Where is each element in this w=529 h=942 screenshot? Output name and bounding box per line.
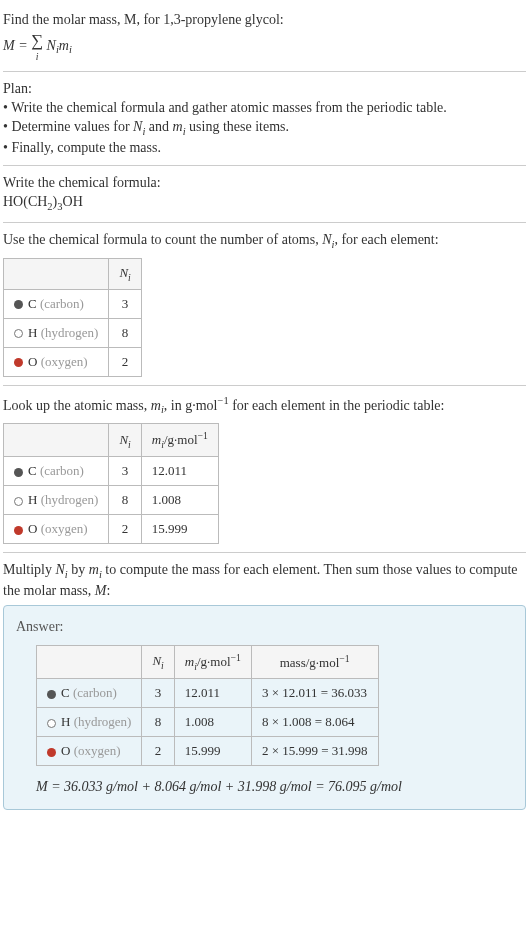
e2p: (hydrogen) (37, 325, 98, 340)
me3p: (oxygen) (37, 521, 87, 536)
element-cell: H (hydrogen) (4, 486, 109, 515)
muby: by (68, 562, 89, 577)
mhe2: −1 (198, 430, 208, 441)
ahu: /g·mol (197, 654, 231, 669)
count-table: Ni C (carbon) 3 H (hydrogen) 8 O (oxygen… (3, 258, 142, 377)
count-heading: Use the chemical formula to count the nu… (3, 231, 526, 252)
table-row: C (carbon) 3 12.011 3 × 12.011 = 36.033 (37, 679, 379, 708)
carbon-dot-icon (14, 468, 23, 477)
table-row: O (oxygen) 2 15.999 (4, 515, 219, 544)
plan-bullet-1: • Write the chemical formula and gather … (3, 99, 526, 118)
f5: OH (63, 194, 83, 209)
ae1: C (61, 685, 70, 700)
am3: 15.999 (174, 737, 251, 766)
ahm: m (185, 654, 194, 669)
mhc: for each element in the periodic table: (229, 398, 445, 413)
ahns: i (161, 660, 164, 671)
mn2: 8 (109, 486, 141, 515)
e3: O (28, 354, 37, 369)
mn1: 3 (109, 457, 141, 486)
ahmass: mass/g·mol (280, 655, 340, 670)
mhn: N (119, 432, 128, 447)
p2end: using these items. (186, 119, 289, 134)
chb: , for each element: (334, 232, 438, 247)
header-n: Ni (109, 424, 141, 457)
am1: 12.011 (174, 679, 251, 708)
eq-lhs: M = (3, 38, 31, 53)
ae2: H (61, 714, 70, 729)
eq-n: N (43, 38, 56, 53)
muMv: M (95, 583, 107, 598)
me1p: (carbon) (37, 463, 84, 478)
mm2: 1.008 (141, 486, 218, 515)
table-header-row: Ni mi/g·mol−1 mass/g·mol−1 (37, 646, 379, 679)
an1: 3 (142, 679, 174, 708)
table-row: H (hydrogen) 8 1.008 8 × 1.008 = 8.064 (37, 708, 379, 737)
hydrogen-dot-icon (47, 719, 56, 728)
eq-m-sub: i (69, 44, 72, 55)
carbon-dot-icon (14, 300, 23, 309)
mhe: −1 (217, 395, 228, 406)
ae1p: (carbon) (70, 685, 117, 700)
find-line: Find the molar mass, M, for 1,3-propylen… (3, 11, 526, 30)
answer-table: Ni mi/g·mol−1 mass/g·mol−1 C (carbon) 3 … (36, 645, 379, 766)
n2: 8 (109, 318, 141, 347)
ae3: O (61, 743, 70, 758)
e2: H (28, 325, 37, 340)
intro-section: Find the molar mass, M, for 1,3-propylen… (3, 3, 526, 72)
ahe2: −1 (339, 653, 349, 664)
ahn: N (152, 653, 161, 668)
am2: 1.008 (174, 708, 251, 737)
table-header-row: Ni mi/g·mol−1 (4, 424, 219, 457)
oxygen-dot-icon (47, 748, 56, 757)
mha: Look up the atomic mass, (3, 398, 151, 413)
formula-section: Write the chemical formula: HO(CH2)3OH (3, 166, 526, 223)
f1: HO(CH (3, 194, 47, 209)
p2a: • Determine values for (3, 119, 133, 134)
e3p: (oxygen) (37, 354, 87, 369)
table-row: O (oxygen) 2 (4, 347, 142, 376)
ar2: 8 × 1.008 = 8.064 (251, 708, 378, 737)
header-m: mi/g·mol−1 (174, 646, 251, 679)
ahe: −1 (231, 652, 241, 663)
mass-heading: Look up the atomic mass, mi, in g·mol−1 … (3, 394, 526, 418)
sum-block: ∑i (31, 30, 43, 63)
mhm: m (151, 398, 161, 413)
ar3: 2 × 15.999 = 31.998 (251, 737, 378, 766)
mhu: /g·mol (164, 433, 198, 448)
table-row: C (carbon) 3 12.011 (4, 457, 219, 486)
element-cell: O (oxygen) (37, 737, 142, 766)
e1: C (28, 296, 37, 311)
oxygen-dot-icon (14, 358, 23, 367)
chn: N (322, 232, 331, 247)
header-n: Ni (109, 259, 141, 290)
header-n: Ni (142, 646, 174, 679)
e1p: (carbon) (37, 296, 84, 311)
hydrogen-dot-icon (14, 497, 23, 506)
chemical-formula: HO(CH2)3OH (3, 193, 526, 214)
cha: Use the chemical formula to count the nu… (3, 232, 322, 247)
header-m: mi/g·mol−1 (141, 424, 218, 457)
mum: m (89, 562, 99, 577)
header-blank (4, 424, 109, 457)
multiply-section: Multiply Ni by mi to compute the mass fo… (3, 553, 526, 818)
header-blank (37, 646, 142, 679)
mass-section: Look up the atomic mass, mi, in g·mol−1 … (3, 386, 526, 554)
final-answer: M = 36.033 g/mol + 8.064 g/mol + 31.998 … (36, 778, 513, 797)
me1: C (28, 463, 37, 478)
mm3: 15.999 (141, 515, 218, 544)
hydrogen-dot-icon (14, 329, 23, 338)
mm1: 12.011 (141, 457, 218, 486)
mhb: , in g·mol (164, 398, 218, 413)
header-blank (4, 259, 109, 290)
multiply-heading: Multiply Ni by mi to compute the mass fo… (3, 561, 526, 601)
sum-index: i (31, 50, 43, 63)
ae3p: (oxygen) (70, 743, 120, 758)
sigma-icon: ∑ (31, 31, 43, 50)
plan-bullet-2: • Determine values for Ni and mi using t… (3, 118, 526, 139)
element-cell: H (hydrogen) (37, 708, 142, 737)
table-row: H (hydrogen) 8 (4, 318, 142, 347)
mhns: i (128, 438, 131, 449)
an2: 8 (142, 708, 174, 737)
table-row: H (hydrogen) 8 1.008 (4, 486, 219, 515)
